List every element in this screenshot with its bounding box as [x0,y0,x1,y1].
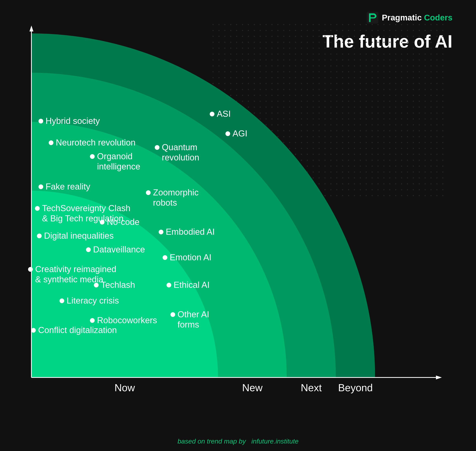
svg-text:No-code: No-code [107,217,140,227]
logo-regular: Pragmatic [382,13,422,22]
footer-credit: based on trend map by infuture.institute [177,438,299,445]
svg-text:Digital inequalities: Digital inequalities [44,231,114,240]
svg-text:Neurotech revolution: Neurotech revolution [56,138,135,147]
footer-text: based on trend map by [177,438,246,445]
svg-text:Techlash: Techlash [101,280,135,290]
svg-text:Embodied AI: Embodied AI [166,227,215,237]
svg-text:TechSovereignty Clash: TechSovereignty Clash [42,203,130,213]
svg-text:Quantum: Quantum [162,142,197,152]
svg-point-54 [226,131,230,136]
svg-point-47 [166,283,171,288]
svg-point-20 [100,220,104,225]
svg-text:Beyond: Beyond [338,382,373,393]
svg-point-24 [86,247,91,252]
svg-text:Robocoworkers: Robocoworkers [97,315,157,325]
svg-point-35 [31,328,36,333]
svg-text:Dataveillance: Dataveillance [93,244,145,254]
svg-text:forms: forms [177,320,199,329]
svg-point-49 [171,312,175,317]
svg-text:Hybrid society: Hybrid society [46,116,100,126]
svg-text:New: New [242,382,262,393]
svg-text:Organoid: Organoid [97,151,133,161]
svg-text:Now: Now [115,382,135,393]
svg-text:Next: Next [301,382,322,393]
svg-text:Emotion AI: Emotion AI [170,252,212,262]
header: Pragmatic Coders [367,12,452,24]
svg-text:& synthetic media: & synthetic media [35,275,104,284]
svg-point-17 [35,206,40,211]
svg-point-37 [155,145,159,150]
svg-text:Ethical AI: Ethical AI [174,280,209,290]
svg-point-43 [159,230,163,234]
svg-point-10 [49,140,53,145]
svg-point-15 [38,184,43,189]
svg-text:robots: robots [153,198,177,207]
svg-text:ASI: ASI [217,109,231,119]
svg-point-22 [37,234,42,238]
svg-text:Conflict digitalization: Conflict digitalization [38,325,117,335]
chart-svg: Hybrid society Neurotech revolution Orga… [12,24,444,397]
svg-point-12 [90,154,95,159]
svg-point-52 [210,112,214,116]
svg-text:AGI: AGI [232,129,247,138]
svg-text:Other AI: Other AI [177,309,209,319]
svg-point-45 [163,255,167,260]
svg-point-26 [28,267,33,272]
svg-text:Zoomorphic: Zoomorphic [153,188,199,197]
svg-text:intelligence: intelligence [97,162,140,171]
svg-text:Fake reality: Fake reality [46,182,90,191]
logo-accent: Coders [424,13,452,22]
footer-source: infuture.institute [251,438,299,445]
svg-point-29 [94,283,98,288]
svg-text:revolution: revolution [162,153,199,162]
svg-text:Creativity reimagined: Creativity reimagined [35,264,116,274]
svg-point-31 [60,298,64,303]
page-wrapper: Pragmatic Coders The future of AI [0,0,476,451]
pragmatic-coders-logo-icon [367,12,378,24]
svg-point-33 [90,318,95,323]
svg-point-40 [146,190,151,195]
svg-text:Literacy crisis: Literacy crisis [67,296,119,305]
logo-text: Pragmatic Coders [382,13,452,22]
svg-point-8 [38,119,43,124]
